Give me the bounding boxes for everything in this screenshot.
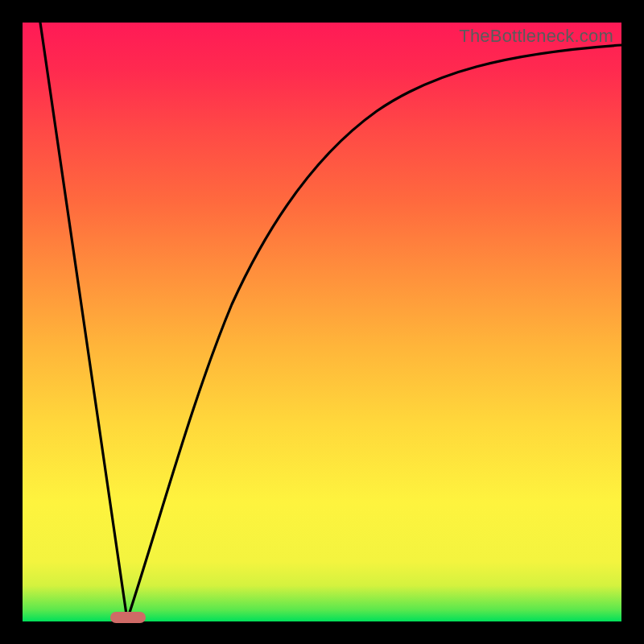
chart-frame: TheBottleneck.com [0,0,644,644]
curve-left-branch [40,23,127,620]
plot-area: TheBottleneck.com [23,23,621,621]
bottleneck-curve [23,23,621,621]
minimum-marker [110,612,146,623]
curve-right-branch [127,45,621,620]
